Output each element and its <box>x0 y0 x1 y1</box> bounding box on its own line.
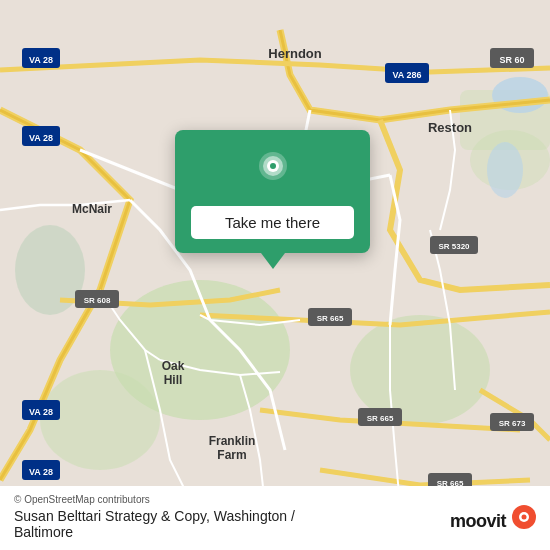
svg-point-46 <box>522 515 527 520</box>
svg-text:SR 608: SR 608 <box>84 296 111 305</box>
svg-text:VA 28: VA 28 <box>29 467 53 477</box>
map-background: VA 28 VA 28 VA 28 VA 28 VA 286 SR 60 SR … <box>0 0 550 550</box>
svg-text:McNair: McNair <box>72 202 112 216</box>
svg-text:Herndon: Herndon <box>268 46 322 61</box>
take-me-there-button[interactable]: Take me there <box>191 206 354 239</box>
map-pin-icon <box>251 148 295 192</box>
svg-point-8 <box>487 142 523 198</box>
svg-text:Reston: Reston <box>428 120 472 135</box>
svg-text:SR 5320: SR 5320 <box>438 242 470 251</box>
svg-text:VA 28: VA 28 <box>29 133 53 143</box>
moovit-pin-icon <box>510 504 538 538</box>
attribution-text: © OpenStreetMap contributors <box>14 494 150 505</box>
svg-text:SR 60: SR 60 <box>499 55 524 65</box>
svg-text:Oak: Oak <box>162 359 185 373</box>
svg-text:SR 665: SR 665 <box>317 314 344 323</box>
map-container: VA 28 VA 28 VA 28 VA 28 VA 286 SR 60 SR … <box>0 0 550 550</box>
svg-text:Franklin: Franklin <box>209 434 256 448</box>
svg-point-43 <box>270 163 276 169</box>
svg-text:SR 665: SR 665 <box>367 414 394 423</box>
moovit-logo: moovit <box>450 504 538 538</box>
svg-text:VA 28: VA 28 <box>29 55 53 65</box>
svg-point-3 <box>40 370 160 470</box>
location-card: Take me there <box>175 130 370 253</box>
svg-text:SR 673: SR 673 <box>499 419 526 428</box>
svg-text:VA 286: VA 286 <box>392 70 421 80</box>
svg-text:Farm: Farm <box>217 448 246 462</box>
svg-text:VA 28: VA 28 <box>29 407 53 417</box>
svg-text:Hill: Hill <box>164 373 183 387</box>
place-name-text: Susan Belttari Strategy & Copy, Washingt… <box>14 508 295 540</box>
moovit-text: moovit <box>450 511 506 532</box>
